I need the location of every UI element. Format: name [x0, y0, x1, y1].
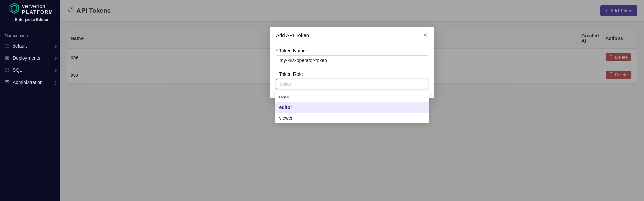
- logo-mark-icon: [9, 3, 19, 15]
- chevron-down-icon: ⌄: [422, 82, 425, 86]
- select-placeholder: editor: [280, 81, 291, 87]
- role-option-viewer[interactable]: viewer: [275, 113, 429, 123]
- list-icon: [5, 44, 9, 48]
- role-dropdown: owner editor viewer: [275, 91, 429, 123]
- svg-rect-2: [5, 58, 7, 60]
- modal-header: Add API Token ✕: [270, 27, 434, 43]
- svg-rect-6: [6, 81, 8, 83]
- chevron-right-icon: ❯: [54, 81, 57, 84]
- svg-rect-1: [7, 56, 9, 58]
- sidebar-item-administration[interactable]: Administration ❯: [0, 76, 60, 88]
- role-option-owner[interactable]: owner: [275, 91, 429, 102]
- sidebar: ververica PLATFORM Enterprise Edition Na…: [0, 0, 60, 201]
- close-button[interactable]: ✕: [422, 32, 428, 38]
- chevron-right-icon: ❯: [54, 56, 57, 60]
- brand-sub: PLATFORM: [22, 10, 53, 14]
- brand-name: ververica: [22, 4, 53, 9]
- deployments-icon: [5, 56, 9, 60]
- svg-rect-5: [5, 81, 9, 84]
- close-icon: ✕: [423, 32, 427, 38]
- sidebar-item-default[interactable]: default ❯: [0, 40, 60, 52]
- token-name-label: *Token Name: [276, 48, 428, 53]
- edition-label: Enterprise Edition: [9, 17, 55, 22]
- add-token-modal: Add API Token ✕ *Token Name *Token Role …: [270, 27, 434, 98]
- sidebar-section-label: Namespace: [0, 23, 60, 40]
- sidebar-item-label: SQL: [13, 67, 22, 73]
- token-role-select[interactable]: editor ⌄: [276, 79, 428, 89]
- chevron-right-icon: ❯: [54, 68, 57, 72]
- administration-icon: [5, 80, 9, 85]
- brand-logo: ververica PLATFORM Enterprise Edition: [0, 3, 60, 23]
- sidebar-item-label: Administration: [13, 80, 43, 85]
- token-role-label: *Token Role: [276, 71, 428, 77]
- role-option-editor[interactable]: editor: [275, 102, 429, 113]
- sidebar-item-label: Deployments: [13, 55, 40, 61]
- sidebar-item-deployments[interactable]: Deployments ❯: [0, 52, 60, 64]
- sidebar-item-label: default: [13, 43, 27, 49]
- modal-title: Add API Token: [276, 32, 309, 38]
- svg-rect-3: [7, 58, 9, 60]
- chevron-right-icon: ❯: [54, 44, 57, 48]
- main-area: API Tokens + Add Token Name Created At A…: [60, 0, 644, 201]
- svg-rect-0: [5, 56, 7, 58]
- sidebar-item-sql[interactable]: SQL ❯: [0, 64, 60, 76]
- sql-icon: [5, 68, 9, 72]
- token-name-input[interactable]: [276, 55, 428, 65]
